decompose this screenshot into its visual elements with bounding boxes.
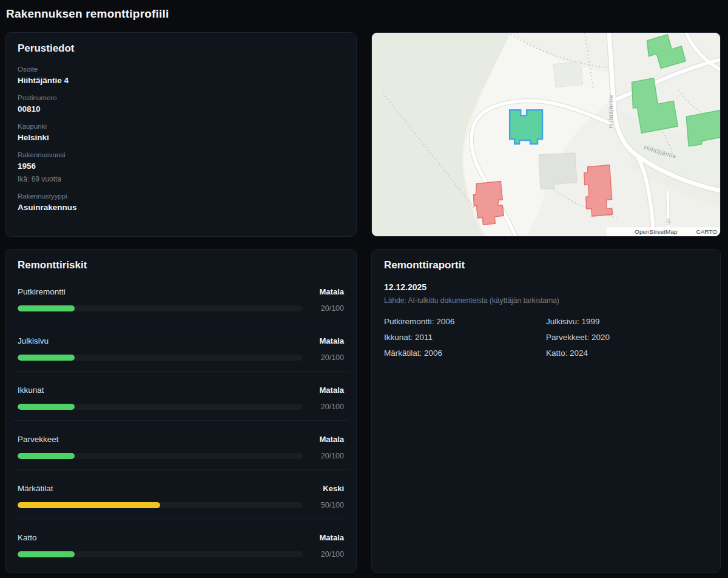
risk-row-parvekkeet: Parvekkeet Matala 20/100 (13, 430, 349, 470)
report-entry-putkiremontti: Putkiremontti: 2006 (384, 317, 546, 326)
building-red-2[interactable] (584, 165, 613, 216)
risk-level-badge: Matala (320, 336, 344, 345)
report-entry-parvekkeet: Parvekkeet: 2020 (546, 333, 708, 342)
basic-info-card: Perustiedot Osoite Hiihtäjäntie 4 Postin… (5, 32, 357, 237)
risk-label: Ikkunat (18, 386, 44, 395)
basic-info-title: Perustiedot (18, 42, 349, 55)
reports-card: Remonttiraportit 12.12.2025 Lähde: AI-tu… (371, 249, 721, 573)
risk-row-putkiremontti: Putkiremontti Matala 20/100 (13, 282, 349, 322)
street-label-vertical: Hiihtäjäntie (607, 95, 614, 128)
risk-score: 20/100 (312, 403, 344, 411)
report-entry-katto: Katto: 2024 (546, 348, 708, 358)
risk-row-ikkunat: Ikkunat Matala 20/100 (13, 381, 349, 421)
dashboard-grid: Perustiedot Osoite Hiihtäjäntie 4 Postin… (5, 32, 721, 573)
risk-row-katto: Katto Matala 20/100 (13, 528, 349, 573)
report-entry-markatilat: Märkätilat: 2006 (384, 348, 546, 358)
risk-progress-fill (18, 404, 75, 410)
risk-level-badge: Matala (320, 386, 344, 395)
field-year-label: Rakennusvuosi (18, 151, 344, 158)
field-city-value: Helsinki (18, 133, 344, 142)
building-map[interactable]: Hiihtäjäntie Hiihtäjäntie uja OpenStreet… (371, 32, 721, 237)
field-year-value: 1956 (18, 162, 344, 171)
risk-progressbar (18, 355, 303, 361)
risk-progress-fill (18, 453, 75, 459)
report-entry-ikkunat: Ikkunat: 2011 (384, 333, 546, 342)
map-attribution-osm[interactable]: OpenStreetMap (635, 228, 678, 235)
field-postcode-value: 00810 (18, 104, 344, 114)
risk-progressbar (18, 502, 303, 508)
risk-score: 20/100 (312, 304, 344, 313)
risk-score: 20/100 (312, 452, 344, 460)
risk-progressbar (18, 404, 303, 410)
risk-row-markatilat: Märkätilat Keski 50/100 (13, 479, 349, 519)
risks-title: Remonttiriskit (18, 259, 349, 271)
risk-score: 20/100 (312, 353, 344, 362)
field-type-value: Asuinrakennus (18, 203, 344, 212)
field-year-note: Ikä: 69 vuotta (18, 175, 344, 183)
risk-progress-fill (18, 305, 75, 311)
risk-label: Märkätilat (18, 484, 53, 493)
map-attribution-carto[interactable]: CARTO (696, 228, 718, 235)
risk-level-badge: Keski (323, 484, 344, 493)
risk-row-julkisivu: Julkisivu Matala 20/100 (13, 332, 349, 372)
risk-progress-fill (18, 502, 160, 508)
page-title: Rakennuksen remonttiprofiili (0, 0, 728, 21)
risk-progressbar (18, 551, 303, 557)
risk-progressbar (18, 305, 303, 311)
field-year: Rakennusvuosi 1956 Ikä: 69 vuotta (18, 151, 344, 183)
risk-level-badge: Matala (320, 533, 344, 542)
risks-card: Remonttiriskit Putkiremontti Matala 20/1… (5, 249, 357, 573)
report-source: Lähde: AI-tulkittu dokumenteista (käyttä… (384, 296, 708, 305)
risk-level-badge: Matala (320, 287, 344, 296)
field-city-label: Kaupunki (18, 123, 344, 130)
report-entry-julkisivu: Julkisivu: 1999 (546, 317, 708, 326)
field-type: Rakennustyyppi Asuinrakennus (18, 192, 344, 212)
risk-label: Putkiremontti (18, 287, 66, 296)
field-address-label: Osoite (18, 66, 344, 73)
field-type-label: Rakennustyyppi (18, 192, 344, 200)
field-city: Kaupunki Helsinki (18, 123, 344, 142)
risk-progressbar (18, 453, 303, 459)
field-address-value: Hiihtäjäntie 4 (18, 76, 344, 85)
field-address: Osoite Hiihtäjäntie 4 (18, 66, 344, 85)
risk-label: Katto (18, 533, 37, 542)
risk-level-badge: Matala (320, 435, 344, 444)
field-postcode-label: Postinumero (18, 94, 344, 101)
risk-score: 20/100 (312, 550, 344, 559)
risk-label: Julkisivu (18, 336, 49, 345)
reports-title: Remonttiraportit (384, 259, 713, 271)
field-postcode: Postinumero 00810 (18, 94, 344, 114)
map-canvas[interactable]: Hiihtäjäntie Hiihtäjäntie uja OpenStreet… (372, 33, 720, 236)
risk-progress-fill (18, 551, 75, 557)
report-entries: Putkiremontti: 2006 Julkisivu: 1999 Ikku… (384, 317, 708, 358)
risk-progress-fill (18, 355, 75, 361)
risk-label: Parvekkeet (18, 435, 59, 444)
risk-score: 50/100 (312, 501, 344, 509)
street-label-small: uja (666, 218, 671, 225)
report-date: 12.12.2025 (384, 282, 708, 292)
building-selected[interactable] (510, 110, 542, 144)
